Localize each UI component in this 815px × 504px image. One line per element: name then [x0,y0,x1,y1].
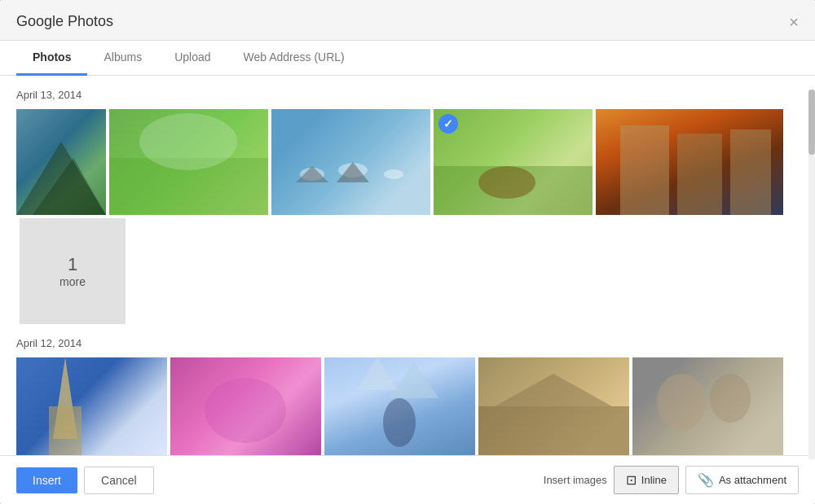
photo-item[interactable] [16,357,167,455]
photo-item-more[interactable]: 1 more [20,218,126,324]
svg-marker-21 [390,362,438,398]
photo-item[interactable] [271,109,430,215]
footer-actions: Insert Cancel [16,467,154,494]
svg-rect-13 [730,129,771,215]
more-count: 1 [68,254,77,275]
tab-photos[interactable]: Photos [16,41,87,76]
photo-row-2: 1 more [16,218,799,324]
dialog-title: Google Photos [16,13,113,40]
svg-point-3 [139,113,237,170]
scrollbar-track[interactable] [808,90,815,459]
inline-label: Inline [641,474,667,486]
photo-item[interactable] [16,109,106,215]
close-button[interactable]: × [789,14,799,40]
tab-upload[interactable]: Upload [158,41,227,76]
date-label-1: April 13, 2014 [16,89,799,101]
insert-button[interactable]: Insert [16,467,77,493]
date-label-2: April 12, 2014 [16,337,799,349]
svg-point-25 [657,374,706,431]
photo-item[interactable] [632,357,783,455]
photo-item[interactable] [170,357,321,455]
tab-albums[interactable]: Albums [87,41,158,76]
dialog-header: Google Photos × [0,0,815,41]
attachment-icon: 📎 [698,472,714,488]
inline-icon: ⊡ [626,472,637,488]
section-april-12: April 12, 2014 [16,337,799,455]
photos-content: April 13, 2014 [0,76,815,455]
more-overlay[interactable]: 1 more [20,218,126,324]
svg-point-10 [478,166,535,199]
photo-item[interactable] [596,109,783,215]
svg-rect-18 [49,406,82,455]
google-photos-dialog: Google Photos × Photos Albums Upload Web… [0,0,815,504]
svg-point-19 [205,378,286,443]
attachment-option[interactable]: 📎 As attachment [685,466,799,494]
more-label: more [59,275,86,288]
attachment-label: As attachment [719,474,786,486]
photo-item[interactable] [324,357,475,455]
photo-item[interactable] [109,109,268,215]
photo-row-3 [16,357,799,455]
svg-point-22 [383,398,416,447]
insert-images-label: Insert images [544,474,607,486]
svg-point-26 [710,374,751,423]
svg-marker-24 [495,374,612,406]
svg-rect-12 [677,134,722,215]
section-april-13: April 13, 2014 [16,89,799,324]
svg-marker-20 [357,357,398,390]
photo-item-selected[interactable]: ✓ [434,109,593,215]
svg-rect-23 [478,406,629,455]
svg-rect-11 [620,125,669,215]
selected-check: ✓ [438,114,458,134]
tabs-bar: Photos Albums Upload Web Address (URL) [0,41,815,76]
insert-options: Insert images ⊡ Inline 📎 As attachment [544,466,799,494]
svg-point-6 [384,169,403,179]
tab-url[interactable]: Web Address (URL) [227,41,361,76]
photo-item[interactable] [478,357,629,455]
inline-option[interactable]: ⊡ Inline [614,466,679,494]
cancel-button[interactable]: Cancel [84,467,154,494]
photo-row-1: ✓ [16,109,799,215]
dialog-footer: Insert Cancel Insert images ⊡ Inline 📎 A… [0,455,815,504]
scrollbar-thumb[interactable] [808,90,815,155]
